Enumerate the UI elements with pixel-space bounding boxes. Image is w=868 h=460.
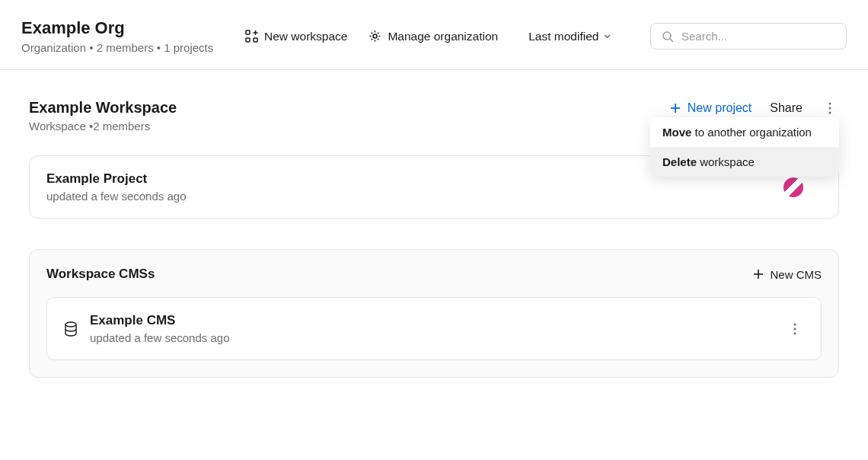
svg-point-6 [663,32,671,40]
new-project-button[interactable]: New project [669,101,752,115]
gear-icon [369,30,381,43]
top-bar: Example Org Organization • 2 members • 1… [0,0,868,70]
share-button[interactable]: Share [770,101,803,115]
delete-bold: Delete [662,155,697,168]
org-meta: Organization • 2 members • 1 projects [21,41,227,54]
cms-card-left: Example CMS updated a few seconds ago [64,313,229,344]
chevron-down-icon [603,32,611,40]
workspace-title-block: Example Workspace Workspace •2 members [29,99,177,133]
new-workspace-label: New workspace [264,30,347,43]
project-meta: updated a few seconds ago [46,190,822,203]
org-title: Example Org [21,18,227,38]
cms-section-title: Workspace CMSs [46,267,155,282]
svg-point-15 [65,322,76,327]
move-bold: Move [662,126,691,139]
svg-point-12 [829,112,831,114]
svg-rect-1 [246,38,250,42]
sort-button[interactable]: Last modified [528,30,611,43]
svg-point-10 [829,103,831,105]
more-vertical-icon [828,102,831,114]
svg-point-18 [794,332,796,334]
new-cms-button[interactable]: New CMS [753,268,822,281]
workspace-actions: New project Share [669,99,839,117]
plus-icon [669,102,681,114]
workspace-title: Example Workspace [29,99,177,117]
search-input[interactable] [681,30,835,43]
workspace-more-button[interactable] [821,99,839,117]
cms-section-header: Workspace CMSs New CMS [46,267,822,282]
svg-rect-0 [246,30,250,34]
svg-point-5 [373,34,377,38]
manage-organization-button[interactable]: Manage organization [369,30,498,43]
delete-workspace-item[interactable]: Delete workspace [650,147,839,177]
svg-rect-2 [254,38,257,42]
avatar [782,176,805,199]
svg-point-16 [794,323,796,325]
sort-label: Last modified [528,30,598,43]
search-box[interactable] [650,23,847,50]
cms-section: Workspace CMSs New CMS [29,249,839,378]
more-vertical-icon [793,323,796,335]
cms-title: Example CMS [90,313,229,328]
main-content: Example Workspace Workspace •2 members N… [0,70,868,378]
move-to-org-item[interactable]: Move to another organization [650,117,839,147]
database-icon [64,321,78,337]
new-cms-label: New CMS [770,268,822,281]
org-block: Example Org Organization • 2 members • 1… [21,18,227,54]
move-rest: to another organization [691,126,812,139]
search-icon [662,30,674,43]
svg-point-17 [794,327,796,330]
svg-point-11 [829,107,831,110]
manage-organization-label: Manage organization [388,30,498,43]
cms-card[interactable]: Example CMS updated a few seconds ago [46,297,822,360]
workspace-meta: Workspace •2 members [29,120,177,133]
grid-plus-icon [245,30,258,43]
plus-icon [753,269,764,280]
delete-rest: workspace [697,155,755,168]
svg-line-7 [670,39,673,42]
cms-meta: updated a few seconds ago [90,331,229,344]
workspace-context-menu: Move to another organization Delete work… [650,117,839,177]
new-project-label: New project [688,101,752,115]
new-workspace-button[interactable]: New workspace [245,30,347,43]
cms-info: Example CMS updated a few seconds ago [90,313,229,344]
topbar-actions: New workspace Manage organization Last m… [245,30,611,43]
cms-more-button[interactable] [786,320,804,338]
